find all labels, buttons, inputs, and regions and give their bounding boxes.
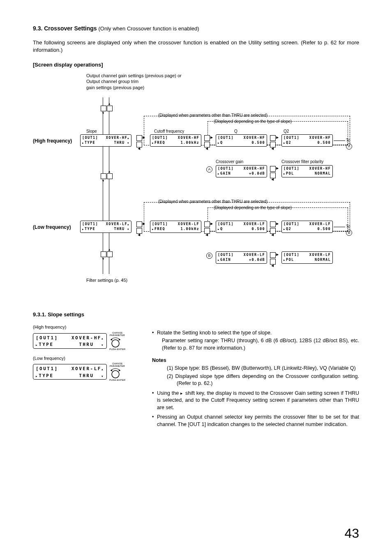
nav-left-icon-4 xyxy=(270,173,276,178)
nav-right-icon xyxy=(136,135,142,141)
nav-left-icon-2 xyxy=(204,142,210,147)
marker-b: B xyxy=(206,253,212,259)
cutoff-label: Cutoff frequency xyxy=(154,129,184,134)
nav-down-icon-3 xyxy=(101,251,106,257)
lcd-lf-pol: [OUT1]XOVER-LF POLNORMAL xyxy=(281,251,333,264)
section-title-text: Crossover Settings xyxy=(44,25,97,32)
note-1: (1) Slope type: BS (Bessel), BW (Butterw… xyxy=(152,365,359,372)
lf-display-label: (Low frequency) xyxy=(33,355,140,362)
nav-right-icon-7 xyxy=(270,221,276,227)
nav-right-icon-3 xyxy=(270,135,276,141)
hf-disp-depending-caption: (Displayed depending on the type of slop… xyxy=(214,119,292,124)
to-a-label: To A xyxy=(346,138,353,150)
section-subtitle: (Only when Crossover function is enabled… xyxy=(99,25,199,32)
filter-settings-caption: Filter settings (p. 45) xyxy=(86,277,127,283)
hf-disp-param-caption: (Displayed when parameters other than TH… xyxy=(158,113,267,118)
lcd-lf-freq: [OUT1]XOVER-LF FREQ1.00kHz xyxy=(150,221,201,233)
lf-row-label: (Low frequency) xyxy=(33,224,71,231)
bullet-1-sub: Parameter setting range: THRU (through),… xyxy=(157,337,359,352)
nav-left-icon-5 xyxy=(136,228,142,234)
lcd-hf-pol: [OUT1]XOVER-HF POLNORMAL xyxy=(281,165,333,177)
svg-point-5 xyxy=(112,371,119,378)
nav-left-icon-3 xyxy=(270,142,276,147)
lcd-big-hf: [OUT1]XOVER-HF TYPETHRU xyxy=(33,333,107,349)
lcd-lf-type: [OUT1]XOVER-LF TYPETHRU xyxy=(80,221,131,233)
operations-diagram: Output channel gain settings (previous p… xyxy=(33,73,353,299)
lcd-hf-freq: [OUT1]XOVER-HF FREQ1.00kHz xyxy=(150,134,201,147)
xpol-label: Crossover filter polarity xyxy=(281,159,323,165)
lcd-lf-gain: [OUT1]XOVER-LF GAIN+0.0dB xyxy=(216,251,267,264)
right-column: Rotate the Setting knob to select the ty… xyxy=(152,324,359,433)
nav-down-icon-2 xyxy=(101,173,106,179)
operations-heading: [Screen display operations] xyxy=(33,61,359,69)
q-label: Q xyxy=(234,129,238,134)
subsection-heading: 9.3.1. Slope settings xyxy=(33,311,359,318)
nav-right-icon-4 xyxy=(270,166,276,172)
to-a-line xyxy=(334,140,345,141)
to-b-label: To B xyxy=(346,224,353,236)
lcd-hf-q: [OUT1]XOVER-HF Q0.500 xyxy=(216,134,267,147)
left-column: (High frequency) [OUT1]XOVER-HF TYPETHRU… xyxy=(33,324,140,386)
lcd-lf-q2: [OUT1]XOVER-LF Q20.500 xyxy=(281,221,333,233)
note-2: (2) Displayed slope type differs dependi… xyxy=(152,373,359,387)
section-number: 9.3. xyxy=(33,25,42,32)
lf-disp-depending-caption: (Displayed depending on the type of slop… xyxy=(214,205,292,211)
section-heading: 9.3. Crossover Settings (Only when Cross… xyxy=(33,25,359,33)
nav-up-icon-3 xyxy=(107,251,113,257)
nav-up-icon-2 xyxy=(107,173,113,179)
lcd-hf-type: [OUT1]XOVER-HF TYPETHRU xyxy=(80,134,131,147)
knob-icon-hf: CHANGE PARAMETER PUSH-ENTER xyxy=(109,332,125,350)
bullet-3: Pressing an Output channel selector key … xyxy=(152,414,359,428)
svg-point-2 xyxy=(112,340,119,347)
nav-down-icon xyxy=(101,106,106,111)
hf-row-label: (High frequency) xyxy=(33,138,72,145)
lcd-hf-gain: [OUT1]XOVER-HF GAIN+0.0dB xyxy=(216,165,267,177)
nav-right-icon-2 xyxy=(204,135,210,141)
xgain-label: Crossover gain xyxy=(216,159,243,165)
nav-up-icon xyxy=(107,106,113,111)
lf-disp-param-caption: (Displayed when parameters other than TH… xyxy=(158,199,267,205)
to-b-line xyxy=(334,227,345,227)
nav-left-icon-7 xyxy=(270,228,276,234)
marker-a: A xyxy=(206,166,212,173)
knob-icon-lf: CHANGE PARAMETER PUSH-ENTER xyxy=(109,362,125,381)
subsection-number: 9.3.1. xyxy=(33,311,46,318)
notes-heading: Notes xyxy=(152,357,359,364)
nav-left-icon-6 xyxy=(204,228,210,234)
nav-right-icon-6 xyxy=(204,221,210,227)
lcd-big-lf: [OUT1]XOVER-LF TYPETHRU xyxy=(33,364,107,380)
intro-paragraph: The following screens are displayed only… xyxy=(33,39,359,54)
lcd-lf-q: [OUT1]XOVER-LF Q0.500 xyxy=(216,221,267,233)
bullet-2: Using the shift key, the display is move… xyxy=(152,390,359,412)
slope-label: Slope xyxy=(86,129,97,134)
lcd-hf-q2: [OUT1]XOVER-HF Q20.500 xyxy=(281,134,333,147)
hf-display-label: (High frequency) xyxy=(33,324,140,330)
right-arrow-icon xyxy=(180,390,184,396)
bullet-1: Rotate the Setting knob to select the ty… xyxy=(152,329,359,352)
top-caption: Output channel gain settings (previous p… xyxy=(86,73,182,90)
vertical-line-left xyxy=(103,97,103,274)
nav-right-icon-8 xyxy=(270,252,276,258)
nav-left-icon xyxy=(136,142,142,147)
nav-left-icon-8 xyxy=(270,259,276,265)
nav-right-icon-5 xyxy=(136,221,142,227)
q2-label: Q2 xyxy=(284,129,289,134)
subsection-title: Slope settings xyxy=(48,311,84,318)
